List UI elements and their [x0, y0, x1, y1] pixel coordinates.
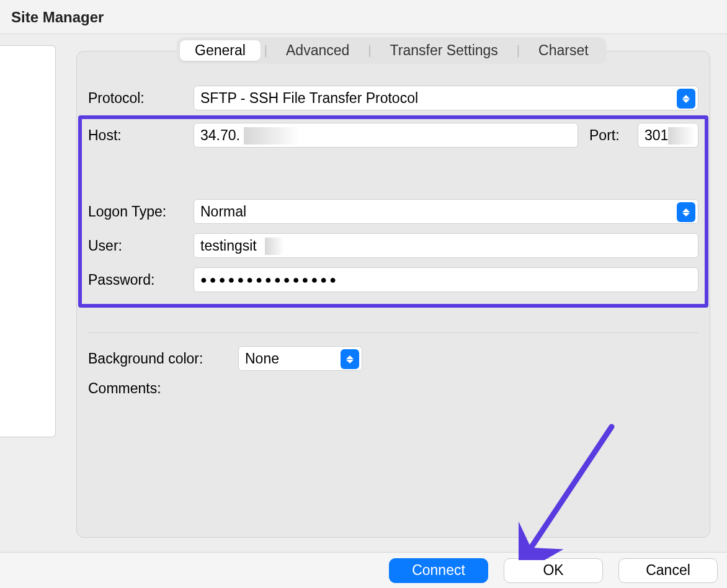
redaction-smudge [668, 127, 694, 145]
bgcolor-value: None [245, 350, 279, 367]
logon-type-label: Logon Type: [88, 203, 194, 220]
cancel-button[interactable]: Cancel [618, 558, 718, 583]
chevron-updown-icon [677, 89, 695, 109]
bgcolor-select[interactable]: None [238, 346, 362, 371]
connect-button[interactable]: Connect [389, 558, 488, 583]
password-label: Password: [88, 272, 194, 288]
protocol-value: SFTP - SSH File Transfer Protocol [200, 90, 418, 107]
tab-general[interactable]: General [180, 40, 261, 61]
password-input[interactable]: ●●●●●●●●●●●●●●● [194, 267, 698, 292]
window-title: Site Manager [0, 0, 727, 34]
protocol-select[interactable]: SFTP - SSH File Transfer Protocol [194, 86, 698, 110]
user-label: User: [88, 238, 194, 254]
annotation-arrow [519, 424, 624, 560]
tab-separator: | [261, 43, 271, 58]
chevron-updown-icon [677, 202, 695, 222]
host-label: Host: [88, 127, 194, 144]
host-input[interactable]: 34.70. [194, 123, 578, 148]
dialog-footer: Connect OK Cancel [0, 552, 727, 588]
general-panel: Protocol: SFTP - SSH File Transfer Proto… [76, 51, 710, 538]
divider [88, 332, 698, 333]
chevron-updown-icon [341, 349, 359, 369]
logon-type-select[interactable]: Normal [194, 199, 698, 224]
logon-type-value: Normal [200, 203, 246, 220]
tab-separator: | [364, 43, 375, 58]
redaction-smudge [244, 127, 298, 145]
password-mask: ●●●●●●●●●●●●●●● [200, 274, 339, 287]
ok-button[interactable]: OK [504, 558, 603, 583]
tab-charset[interactable]: Charset [524, 40, 604, 61]
bgcolor-label: Background color: [88, 350, 238, 367]
port-value: 301 [644, 127, 668, 144]
host-value: 34.70. [200, 127, 240, 144]
dialog-body: General | Advanced | Transfer Settings |… [0, 34, 727, 551]
port-label: Port: [589, 127, 627, 144]
user-input[interactable]: testingsit [194, 233, 698, 258]
tab-advanced[interactable]: Advanced [271, 40, 364, 61]
comments-label: Comments: [88, 380, 698, 397]
redaction-smudge [265, 238, 283, 255]
user-value: testingsit [200, 238, 257, 254]
port-input[interactable]: 301 [638, 123, 698, 148]
svg-line-0 [531, 427, 612, 548]
tab-separator: | [513, 43, 524, 58]
tabstrip: General | Advanced | Transfer Settings |… [177, 37, 607, 64]
tab-transfer[interactable]: Transfer Settings [375, 40, 513, 61]
sites-tree-pane[interactable] [0, 45, 56, 437]
protocol-label: Protocol: [88, 90, 194, 107]
